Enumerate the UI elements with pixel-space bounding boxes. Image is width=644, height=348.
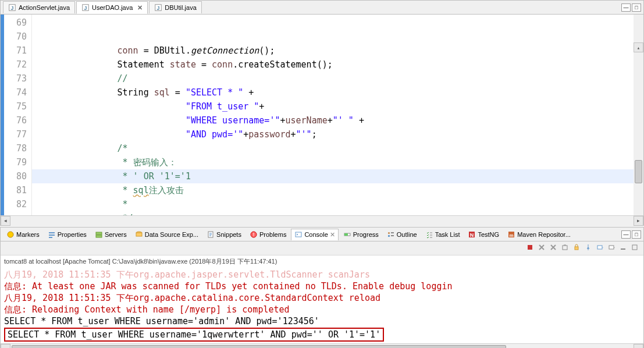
vertical-scrollbar[interactable]: ▴	[634, 15, 643, 215]
scroll-left-icon[interactable]: ◂	[1, 216, 10, 226]
view-tab-label: Task List	[435, 231, 460, 238]
console-line-4: SELECT * FROM t_user WHERE username='adm…	[4, 315, 640, 327]
view-tab-progress[interactable]: Progress	[340, 229, 382, 240]
console-scroll-right-icon[interactable]: ▸	[634, 344, 643, 348]
console-output[interactable]: 八月19, 2018 11:51:35 下午org.apache.jasper.…	[1, 268, 643, 343]
close-icon[interactable]: ✕	[330, 231, 335, 239]
svg-rect-20	[388, 232, 390, 234]
problems-icon: !	[250, 230, 258, 239]
editor-tab-2[interactable]: JDBUtil.java	[149, 1, 201, 13]
java-file-icon: J	[8, 3, 16, 12]
view-tab-label: Data Source Exp...	[145, 231, 198, 238]
code-line-70[interactable]: Statement state = conn.createStatement()…	[32, 58, 643, 72]
tasklist-icon	[425, 230, 433, 239]
remove-all-button[interactable]	[536, 243, 547, 254]
display-selected-button[interactable]	[595, 243, 605, 254]
clear-button[interactable]	[560, 243, 570, 254]
pin-button[interactable]	[583, 243, 593, 254]
code-line-73[interactable]: "FROM t_user "+	[32, 100, 643, 113]
testng-icon: N	[468, 230, 476, 239]
minimize-button[interactable]: —	[621, 3, 631, 12]
editor-tab-0[interactable]: JActionServlet.java	[3, 1, 75, 13]
code-line-72[interactable]: String sql = "SELECT * " +	[32, 86, 643, 100]
view-tab-markers[interactable]: Markers	[3, 229, 43, 240]
progress-icon	[343, 230, 351, 239]
code-line-80[interactable]: *	[32, 197, 643, 211]
svg-rect-7	[49, 232, 55, 233]
console-scroll-thumb[interactable]	[12, 345, 506, 348]
console-horizontal-scrollbar[interactable]: ◂ ▸	[1, 343, 643, 348]
code-line-81[interactable]: */	[32, 211, 643, 215]
console-line-0: 八月19, 2018 11:51:35 下午org.apache.jasper.…	[4, 269, 640, 280]
tab-label: ActionServlet.java	[19, 4, 70, 11]
code-line-75[interactable]: "AND pwd='"+password+"'";	[32, 127, 643, 141]
code-line-74[interactable]: "WHERE username='"+userName+"' " +	[32, 113, 643, 127]
view-tab-label: Markers	[16, 231, 40, 238]
code-line-76[interactable]: /*	[32, 141, 643, 155]
view-tab-snippets[interactable]: Snippets	[203, 229, 245, 240]
view-tab-label: Maven Repositor...	[517, 231, 571, 238]
close-icon[interactable]: ✕	[137, 4, 143, 12]
view-tab-tasklist[interactable]: Task List	[422, 229, 464, 240]
snippets-icon	[207, 230, 215, 239]
terminate-button[interactable]	[525, 243, 535, 254]
code-line-69[interactable]: conn = DBUtil.getConnection();	[32, 44, 643, 58]
view-tab-properties[interactable]: Properties	[44, 229, 90, 240]
scroll-right-icon[interactable]: ▸	[634, 216, 643, 226]
horizontal-scrollbar[interactable]: ◂ ▸	[1, 215, 643, 225]
view-tab-testng[interactable]: NTestNG	[464, 229, 503, 240]
svg-rect-29	[563, 246, 567, 250]
view-tab-label: Console	[304, 231, 328, 238]
scroll-thumb[interactable]	[635, 160, 642, 183]
console-scroll-left-icon[interactable]: ◂	[1, 344, 10, 348]
window-controls: — □	[621, 3, 643, 12]
maximize-button[interactable]: □	[632, 3, 641, 12]
scroll-up-icon[interactable]: ▴	[634, 42, 643, 52]
view-tab-label: TestNG	[478, 231, 499, 238]
view-tab-servers[interactable]: Servers	[91, 229, 130, 240]
editor-pane: JActionServlet.javaJUserDAO.java✕JDBUtil…	[0, 0, 644, 226]
svg-rect-8	[49, 235, 55, 236]
code-line-77[interactable]: * 密码输入：	[32, 155, 643, 169]
remove-all-icon	[538, 244, 545, 253]
maximize-button[interactable]	[629, 243, 640, 254]
svg-rect-10	[96, 232, 102, 235]
console-toolbar	[1, 242, 643, 255]
terminate-icon	[526, 244, 533, 253]
view-tab-console[interactable]: Console ✕	[291, 229, 338, 240]
minimize-button[interactable]	[618, 243, 628, 254]
view-tab-problems[interactable]: !Problems	[246, 229, 290, 240]
clear-icon	[561, 244, 568, 253]
java-file-icon: J	[154, 3, 162, 12]
code-line-71[interactable]: //	[32, 72, 643, 86]
remove-button[interactable]	[548, 243, 558, 254]
pin-icon	[585, 244, 592, 253]
svg-rect-32	[609, 246, 614, 249]
maximize-icon	[631, 244, 638, 253]
svg-rect-22	[388, 235, 390, 237]
tab-label: UserDAO.java	[92, 4, 133, 11]
open-console-button[interactable]	[606, 243, 617, 254]
view-tab-label: Servers	[105, 231, 127, 238]
svg-rect-11	[96, 235, 102, 237]
view-tab-maven[interactable]: mMaven Repositor...	[504, 229, 574, 240]
code-content[interactable]: conn = DBUtil.getConnection(); Statement…	[32, 15, 643, 215]
svg-rect-31	[597, 246, 602, 249]
view-tab-label: Properties	[58, 231, 87, 238]
tab-label: DBUtil.java	[165, 4, 196, 11]
console-process-label: tomcat8 at localhost [Apache Tomcat] C:\…	[1, 255, 643, 268]
view-tab-outline[interactable]: Outline	[383, 229, 421, 240]
svg-point-6	[8, 232, 13, 237]
code-line-78[interactable]: * ' OR '1'='1	[32, 169, 643, 183]
scroll-lock-button[interactable]	[571, 243, 582, 254]
code-line-79[interactable]: * sql注入攻击	[32, 183, 643, 197]
editor-tab-1[interactable]: JUserDAO.java✕	[76, 1, 148, 14]
svg-rect-19	[344, 233, 348, 236]
svg-rect-28	[528, 245, 532, 250]
svg-rect-30	[575, 247, 578, 250]
outline-icon	[387, 230, 395, 239]
panel-minimize-button[interactable]: —	[621, 230, 631, 239]
editor-tab-bar: JActionServlet.javaJUserDAO.java✕JDBUtil…	[1, 1, 643, 15]
panel-maximize-button[interactable]: □	[632, 230, 641, 239]
view-tab-datasource[interactable]: Data Source Exp...	[131, 229, 202, 240]
